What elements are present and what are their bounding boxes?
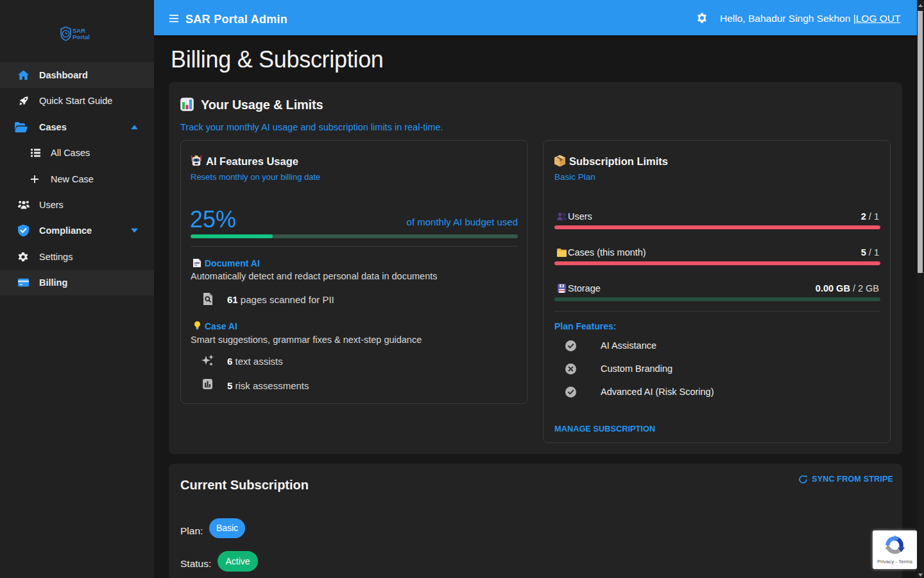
svg-text:Portal: Portal [73, 33, 90, 40]
